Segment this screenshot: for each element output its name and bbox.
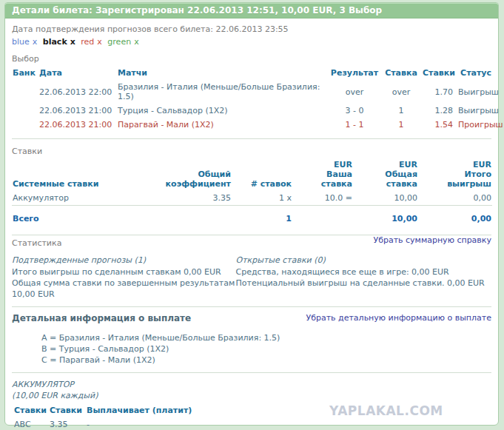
- accumulator-title: АККУМУЛЯТОР: [12, 379, 491, 390]
- payout-legend: A = Бразилия - Италия (Меньше/Больше Бра…: [41, 332, 491, 366]
- accumulator-block: АККУМУЛЯТОР (10,00 EUR каждый): [12, 379, 491, 401]
- col-total-coef: Общий коэффициент: [138, 158, 241, 191]
- total-label: Всего: [12, 209, 138, 228]
- odds-cell: 1.54: [422, 118, 457, 132]
- open-bets-line: Потенциальный выигрыш на сделанные ставк…: [236, 278, 491, 289]
- payout-table: Ставки Ставки Выплачивает (платит) ABC 3…: [13, 404, 250, 430]
- selection-row: 22.06.2013 22:00 Бразилия - Италия (Мень…: [12, 80, 492, 104]
- total-win-currency: EUR: [429, 160, 491, 169]
- confirmed-forecasts-block: Подтвержденные прогнозы (1) Итого выигры…: [12, 255, 236, 300]
- color-link-green[interactable]: green: [107, 37, 131, 47]
- result-cell: over: [329, 80, 380, 104]
- ticket-title: Детали билета: Зарегистрирован 22.06.201…: [12, 5, 382, 16]
- payout-table-row: ABC 3.35 -: [13, 417, 250, 430]
- result-cell: 1 - 1: [329, 118, 380, 132]
- your-stake-line1: Ваша: [303, 169, 352, 179]
- match-cell: Турция - Сальвадор (1X2): [117, 104, 329, 118]
- hide-payout-details-link[interactable]: Убрать детальную информацию о выплате: [306, 313, 491, 323]
- total-win-line1: Итого выигрыш: [429, 169, 491, 189]
- ticket-title-bar: Детали билета: Зарегистрирован 22.06.201…: [5, 3, 498, 19]
- bet-coef: 3.35: [138, 191, 241, 206]
- col-bank: Банк: [12, 66, 38, 80]
- payout-combo: ABC: [13, 417, 49, 430]
- bank-cell: [12, 104, 38, 118]
- hide-summary-link[interactable]: Убрать суммарную справку: [373, 235, 491, 245]
- confirmed-forecasts-line: Итого выигрыш по сделанным ставкам 0,00 …: [12, 266, 236, 278]
- total-stake-value: 10,00: [363, 209, 428, 228]
- bets-row-accumulator: Аккумулятор 3.35 1 x 10.0 = 10,00 0,00: [12, 191, 492, 206]
- payout-pays: -: [86, 417, 250, 430]
- total-stake-line1: Общая: [363, 169, 417, 179]
- bank-cell: [12, 118, 38, 132]
- col-bet-count: # ставок: [241, 158, 302, 191]
- result-cell: 3 - 0: [329, 104, 380, 118]
- status-cell: Проигрыш: [457, 118, 492, 132]
- color-link-black[interactable]: black: [43, 37, 67, 47]
- match-cell: Бразилия - Италия (Меньше/Больше Бразили…: [117, 80, 329, 104]
- confirmation-date-line: Дата подтверждения прогнозов всего билет…: [12, 24, 491, 34]
- open-bets-title: Открытые ставки (0): [236, 255, 491, 265]
- section-divider: [12, 306, 491, 307]
- legend-item: B = Турция - Сальвадор (1X2): [41, 343, 491, 355]
- col-match: Матчи: [117, 66, 329, 80]
- confirmed-forecasts-line: Общая сумма ставки по завершенным резуль…: [12, 278, 236, 300]
- col-system-bets: Системные ставки: [12, 158, 138, 191]
- color-link-blue-x[interactable]: x: [33, 37, 38, 47]
- accumulator-subtitle: (10,00 EUR каждый): [12, 390, 491, 401]
- color-link-blue[interactable]: blue: [12, 37, 30, 47]
- col-your-stake: EUR Ваша ставка: [302, 158, 363, 191]
- total-win-value: 0,00: [428, 209, 492, 228]
- color-link-green-x[interactable]: x: [134, 37, 139, 47]
- col-bets-1: Ставки: [13, 404, 49, 417]
- bets-header-row: Системные ставки Общий коэффициент # ста…: [12, 158, 492, 191]
- payout-coef: 3.35: [49, 417, 86, 430]
- col-pays: Выплачивает (платит): [86, 404, 250, 417]
- col-odds: Ставки: [422, 66, 457, 80]
- selection-row: 22.06.2013 21:00 Турция - Сальвадор (1X2…: [12, 104, 492, 118]
- color-theme-links: bluex blackx redx greenx: [12, 37, 491, 47]
- open-bets-block: Открытые ставки (0) Средства, находящиес…: [236, 255, 491, 300]
- confirmed-forecasts-title: Подтвержденные прогнозы (1): [12, 255, 236, 265]
- yaplakal-watermark: YAPLAKAL.COM: [329, 403, 443, 418]
- section-divider: [12, 372, 491, 373]
- statistics-columns: Подтвержденные прогнозы (1) Итого выигры…: [12, 255, 491, 300]
- total-stake-currency: EUR: [363, 160, 417, 169]
- color-link-black-x[interactable]: x: [70, 37, 75, 47]
- col-status: Статус: [457, 66, 492, 80]
- status-cell: Выигрыш: [457, 104, 492, 118]
- date-cell: 22.06.2013 21:00: [38, 104, 117, 118]
- date-cell: 22.06.2013 21:00: [38, 118, 117, 132]
- stake-cell: over: [380, 80, 422, 104]
- payout-section: Убрать детальную информацию о выплате Де…: [12, 313, 491, 366]
- stake-cell: 1: [380, 118, 422, 132]
- statistics-section: Убрать суммарную справку Статистика Подт…: [12, 238, 491, 300]
- your-stake-line2: ставка: [303, 179, 352, 189]
- legend-item: A = Бразилия - Италия (Меньше/Больше Бра…: [41, 332, 491, 343]
- odds-cell: 1.70: [422, 80, 457, 104]
- color-link-red[interactable]: red: [81, 37, 94, 47]
- content-area: Дата подтверждения прогнозов всего билет…: [5, 19, 498, 430]
- bet-total-stake: 10,00: [363, 191, 428, 206]
- bets-total-row: Всего 1 10,00 0,00: [12, 209, 492, 228]
- selection-row-lost: 22.06.2013 21:00 Парагвай - Мали (1X2) 1…: [12, 118, 492, 132]
- bets-table: Системные ставки Общий коэффициент # ста…: [12, 158, 492, 228]
- color-link-red-x[interactable]: x: [97, 37, 102, 47]
- ticket-details-panel: Детали билета: Зарегистрирован 22.06.201…: [4, 2, 499, 426]
- bet-total-win: 0,00: [428, 191, 492, 206]
- legend-item: C = Парагвай - Мали (1X2): [41, 355, 491, 366]
- date-cell: 22.06.2013 22:00: [38, 80, 117, 104]
- total-count: 1: [241, 209, 302, 228]
- col-date: Дата: [38, 66, 117, 80]
- selection-table: Банк Дата Матчи Результат Ставка Ставки …: [12, 66, 492, 132]
- bets-section-label: Ставки: [12, 147, 491, 156]
- bet-your-stake: 10.0 =: [302, 191, 363, 206]
- payout-table-header: Ставки Ставки Выплачивает (платит): [13, 404, 250, 417]
- selection-section-label: Выбор: [12, 54, 491, 64]
- selection-header-row: Банк Дата Матчи Результат Ставка Ставки …: [12, 66, 492, 80]
- section-divider: [12, 138, 491, 139]
- match-cell: Парагвай - Мали (1X2): [117, 118, 329, 132]
- total-stake-line2: ставка: [363, 179, 417, 189]
- col-stake: Ставка: [380, 66, 422, 80]
- bet-count: 1 x: [241, 191, 302, 206]
- odds-cell: 1.28: [422, 104, 457, 118]
